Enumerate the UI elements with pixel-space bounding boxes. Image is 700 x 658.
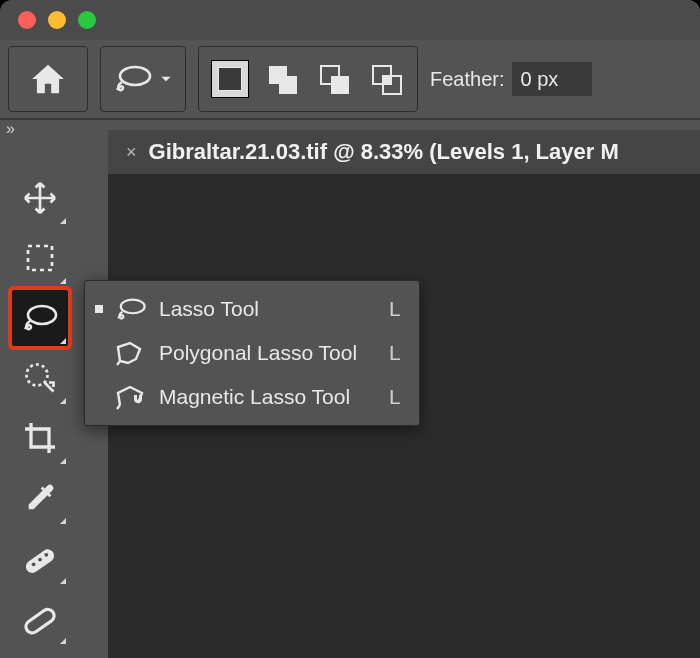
- app-window: Feather: » × Gibraltar.21.03.tif @ 8.33%…: [0, 0, 700, 658]
- svg-rect-7: [383, 76, 391, 84]
- svg-point-13: [38, 558, 42, 562]
- flyout-indicator: [60, 278, 66, 284]
- flyout-indicator: [60, 218, 66, 224]
- feather-control: Feather:: [430, 62, 592, 96]
- flyout-item-lasso[interactable]: Lasso Tool L: [85, 287, 419, 331]
- expand-panels-button[interactable]: »: [0, 120, 32, 138]
- current-indicator: [95, 305, 103, 313]
- flyout-indicator: [60, 398, 66, 404]
- flyout-shortcut: L: [389, 297, 401, 321]
- polygonal-lasso-icon: [113, 335, 149, 371]
- selection-mode-new[interactable]: [211, 60, 249, 98]
- selection-mode-subtract[interactable]: [315, 60, 353, 98]
- flyout-item-polygonal-lasso[interactable]: Polygonal Lasso Tool L: [85, 331, 419, 375]
- svg-rect-4: [331, 76, 349, 94]
- healing-brush-tool[interactable]: [12, 530, 68, 586]
- svg-rect-2: [279, 76, 297, 94]
- marquee-icon: [24, 242, 56, 274]
- flyout-shortcut: L: [389, 385, 401, 409]
- chevron-down-icon: [159, 72, 173, 86]
- titlebar: [0, 0, 700, 40]
- subtract-selection-icon: [317, 62, 351, 96]
- marquee-tool[interactable]: [12, 230, 68, 286]
- document-tab[interactable]: × Gibraltar.21.03.tif @ 8.33% (Levels 1,…: [108, 130, 637, 174]
- current-indicator: [95, 393, 103, 401]
- selection-mode-group: [198, 46, 418, 112]
- lasso-icon: [113, 64, 153, 94]
- window-minimize-button[interactable]: [48, 11, 66, 29]
- flyout-shortcut: L: [389, 341, 401, 365]
- flyout-label: Polygonal Lasso Tool: [159, 341, 379, 365]
- current-indicator: [95, 349, 103, 357]
- flyout-label: Lasso Tool: [159, 297, 379, 321]
- eyedropper-icon: [23, 481, 57, 515]
- selection-mode-intersect[interactable]: [367, 60, 405, 98]
- window-controls: [18, 11, 96, 29]
- lasso-icon: [20, 302, 60, 334]
- move-tool[interactable]: [12, 170, 68, 226]
- brush-tool[interactable]: [12, 590, 68, 646]
- selection-mode-add[interactable]: [263, 60, 301, 98]
- flyout-indicator: [60, 338, 66, 344]
- flyout-indicator: [60, 578, 66, 584]
- flyout-label: Magnetic Lasso Tool: [159, 385, 379, 409]
- divider: [0, 118, 700, 120]
- add-selection-icon: [265, 62, 299, 96]
- quick-selection-tool[interactable]: [12, 350, 68, 406]
- svg-rect-8: [28, 246, 52, 270]
- flyout-indicator: [60, 638, 66, 644]
- document-tab-strip: × Gibraltar.21.03.tif @ 8.33% (Levels 1,…: [108, 130, 700, 174]
- window-close-button[interactable]: [18, 11, 36, 29]
- svg-rect-15: [23, 607, 56, 636]
- lasso-tool[interactable]: [12, 290, 68, 346]
- feather-input[interactable]: [512, 62, 592, 96]
- eyedropper-tool[interactable]: [12, 470, 68, 526]
- window-maximize-button[interactable]: [78, 11, 96, 29]
- document-tab-title: Gibraltar.21.03.tif @ 8.33% (Levels 1, L…: [149, 139, 619, 165]
- flyout-item-magnetic-lasso[interactable]: Magnetic Lasso Tool L: [85, 375, 419, 419]
- move-icon: [22, 180, 58, 216]
- close-tab-button[interactable]: ×: [126, 142, 137, 163]
- panel-strip: »: [0, 120, 32, 160]
- crop-tool[interactable]: [12, 410, 68, 466]
- svg-point-14: [44, 553, 48, 557]
- current-tool-dropdown[interactable]: [100, 46, 186, 112]
- feather-label: Feather:: [430, 68, 504, 91]
- svg-point-0: [120, 67, 150, 85]
- svg-point-12: [32, 562, 36, 566]
- magnetic-lasso-icon: [113, 379, 149, 415]
- healing-brush-icon: [21, 539, 59, 577]
- lasso-flyout-menu: Lasso Tool L Polygonal Lasso Tool L Magn…: [84, 280, 420, 426]
- svg-point-16: [121, 300, 145, 314]
- home-button[interactable]: [8, 46, 88, 112]
- intersect-selection-icon: [369, 62, 403, 96]
- crop-icon: [22, 420, 58, 456]
- svg-point-9: [28, 306, 56, 324]
- lasso-icon: [113, 291, 149, 327]
- flyout-indicator: [60, 518, 66, 524]
- tools-panel: [8, 164, 72, 646]
- options-bar: Feather:: [0, 40, 700, 118]
- home-icon: [29, 60, 67, 98]
- brush-icon: [21, 599, 59, 637]
- quick-selection-icon: [22, 360, 58, 396]
- svg-point-10: [27, 365, 48, 386]
- flyout-indicator: [60, 458, 66, 464]
